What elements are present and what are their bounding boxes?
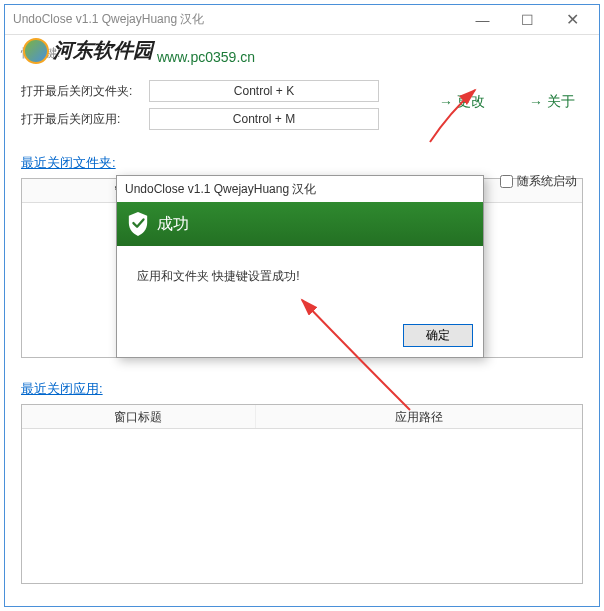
arrow-right-icon: → xyxy=(529,94,543,110)
startup-label: 随系统启动 xyxy=(517,173,577,190)
app-hotkey-input[interactable]: Control + M xyxy=(149,108,379,130)
recent-apps-table[interactable]: 窗口标题 应用路径 xyxy=(21,404,583,584)
action-links: → 更改 → 关于 xyxy=(439,93,575,111)
about-button[interactable]: → 关于 xyxy=(529,93,575,111)
startup-option: 随系统启动 xyxy=(500,173,577,190)
startup-checkbox[interactable] xyxy=(500,175,513,188)
table-header: 窗口标题 应用路径 xyxy=(22,405,582,429)
minimize-button[interactable]: — xyxy=(460,6,505,34)
success-dialog: UndoClose v1.1 QwejayHuang 汉化 成功 应用和文件夹 … xyxy=(116,175,484,358)
window-title: UndoClose v1.1 QwejayHuang 汉化 xyxy=(13,11,460,28)
shortcuts-section-label: 快捷键: xyxy=(21,45,583,62)
maximize-button[interactable]: ☐ xyxy=(505,6,550,34)
shield-check-icon xyxy=(127,211,149,237)
recent-folders-title[interactable]: 最近关闭文件夹: xyxy=(21,154,116,172)
about-button-label: 关于 xyxy=(547,93,575,111)
recent-apps-title[interactable]: 最近关闭应用: xyxy=(21,380,103,398)
close-button[interactable]: ✕ xyxy=(550,6,595,34)
app-hotkey-label: 打开最后关闭应用: xyxy=(21,111,149,128)
dialog-success-text: 成功 xyxy=(157,214,189,235)
dialog-footer: 确定 xyxy=(117,318,483,357)
title-bar: UndoClose v1.1 QwejayHuang 汉化 — ☐ ✕ xyxy=(5,5,599,35)
folder-hotkey-label: 打开最后关闭文件夹: xyxy=(21,83,149,100)
dialog-banner: 成功 xyxy=(117,202,483,246)
col-app-path[interactable]: 应用路径 xyxy=(256,405,582,428)
arrow-right-icon: → xyxy=(439,94,453,110)
ok-button[interactable]: 确定 xyxy=(403,324,473,347)
window-controls: — ☐ ✕ xyxy=(460,6,595,34)
change-button-label: 更改 xyxy=(457,93,485,111)
col-window-title[interactable]: 窗口标题 xyxy=(22,405,256,428)
dialog-title: UndoClose v1.1 QwejayHuang 汉化 xyxy=(117,176,483,202)
app-hotkey-row: 打开最后关闭应用: Control + M xyxy=(21,108,583,130)
folder-hotkey-input[interactable]: Control + K xyxy=(149,80,379,102)
dialog-message: 应用和文件夹 快捷键设置成功! xyxy=(117,246,483,318)
change-button[interactable]: → 更改 xyxy=(439,93,485,111)
